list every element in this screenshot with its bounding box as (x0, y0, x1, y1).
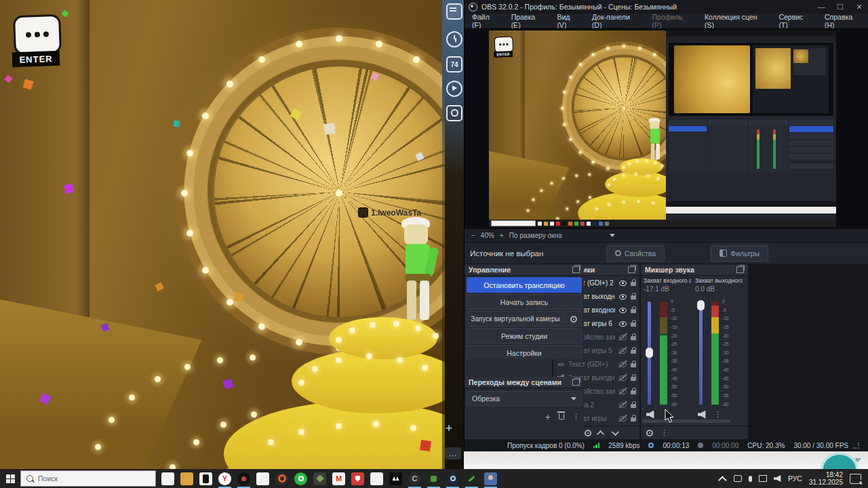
game-window[interactable]: 1.IweoWasTa ENTER (0, 0, 445, 469)
notification-center-icon[interactable]: 4 (850, 474, 861, 484)
taskbar-clock[interactable]: 18:42 31.12.2025 (809, 471, 843, 487)
move-source-up-button[interactable] (597, 430, 604, 437)
fader-knob[interactable] (646, 348, 653, 358)
lock-icon[interactable] (631, 390, 636, 394)
mixer-scrollbar[interactable] (642, 420, 730, 423)
fader-knob[interactable] (697, 300, 705, 310)
advanced-audio-icon[interactable] (646, 430, 653, 436)
menu-view[interactable]: Вид (V) (552, 11, 585, 31)
visibility-eye-off-icon[interactable] (618, 373, 627, 382)
taskbar-app-cube[interactable] (313, 472, 326, 485)
menu-help[interactable]: Справка (H) (820, 11, 868, 31)
taskbar-app-dark-green[interactable] (427, 472, 440, 485)
taskbar-app-document[interactable] (370, 472, 383, 485)
visibility-eye-off-icon[interactable] (618, 360, 627, 369)
mixer-header[interactable]: Микшер звука (641, 264, 748, 276)
obs-preview-area[interactable]: ENTER (465, 28, 868, 229)
taskbar-app-gray-c[interactable]: C (408, 472, 421, 485)
taskbar-app-document[interactable] (256, 472, 269, 485)
zoom-out-button[interactable]: − (471, 232, 475, 239)
volume-fader[interactable] (699, 302, 703, 405)
tray-app-icon[interactable] (734, 475, 742, 482)
taskbar-app-steam[interactable] (446, 472, 459, 485)
virtual-camera-settings-button[interactable] (566, 311, 582, 327)
taskbar-app-red-shield[interactable] (351, 472, 364, 485)
mixer-menu-icon[interactable]: ⋮ (660, 428, 668, 437)
visibility-eye-icon[interactable] (618, 279, 627, 287)
visibility-eye-icon[interactable] (618, 306, 627, 314)
source-properties-button[interactable] (585, 430, 591, 436)
lock-icon[interactable] (631, 418, 636, 422)
tray-expand-icon[interactable] (718, 476, 727, 485)
taskbar-app-person-game[interactable] (484, 472, 497, 485)
settings-button[interactable]: Настройки (467, 345, 582, 359)
menu-tools[interactable]: Сервис (T) (774, 11, 818, 31)
visibility-eye-off-icon[interactable] (618, 387, 627, 396)
lock-icon[interactable] (631, 350, 636, 354)
transitions-header[interactable]: Переходы между сценами (465, 377, 584, 388)
lock-icon[interactable] (631, 282, 636, 286)
lock-icon[interactable] (631, 309, 636, 313)
popout-icon[interactable] (572, 379, 580, 386)
score-badge[interactable]: 74 (446, 56, 462, 73)
lock-icon[interactable] (631, 404, 636, 408)
menu-scene-collection[interactable]: Коллекция сцен (S) (700, 11, 772, 31)
resize-grip[interactable] (853, 443, 859, 449)
fit-window-dropdown[interactable]: По размеру окна (509, 232, 615, 239)
taskbar-app-whatsapp[interactable] (294, 472, 307, 485)
filters-button[interactable]: Фильтры (711, 245, 768, 262)
taskbar-app-dark[interactable] (199, 472, 212, 485)
taskbar-app-obs[interactable] (237, 472, 250, 485)
taskbar-app-gmail[interactable]: M (332, 472, 345, 485)
menu-docks[interactable]: Док-панели (D) (587, 11, 646, 31)
tray-network-icon[interactable] (759, 475, 767, 482)
stop-streaming-button[interactable]: Остановить трансляцию (467, 277, 582, 293)
taskbar-search[interactable]: Поиск (20, 470, 156, 487)
chat-icon[interactable] (446, 3, 462, 20)
popout-icon[interactable] (572, 266, 580, 273)
menu-profile[interactable]: Профиль (P) (647, 11, 698, 31)
plus-icon[interactable]: + (442, 422, 456, 436)
visibility-eye-off-icon[interactable] (618, 401, 627, 409)
taskbar-app-orange-browser[interactable] (275, 472, 288, 485)
taskbar-app-yandex-browser[interactable]: Y (218, 472, 231, 485)
lock-icon[interactable] (631, 336, 636, 340)
tray-volume-icon[interactable] (774, 475, 781, 482)
move-source-down-button[interactable] (612, 428, 619, 435)
taskbar-app-file-explorer[interactable] (180, 472, 193, 485)
volume-fader[interactable] (648, 302, 651, 405)
play-icon[interactable] (446, 81, 462, 97)
taskbar-app-pickaxe-game[interactable] (465, 472, 478, 485)
visibility-eye-off-icon[interactable] (618, 333, 627, 342)
lock-icon[interactable] (631, 296, 636, 300)
source-row[interactable]: ab Текст (GDI+) (553, 357, 639, 371)
menu-edit[interactable]: Правка (E) (507, 11, 551, 31)
visibility-eye-icon[interactable] (618, 292, 627, 301)
taskbar-app-capcut[interactable] (389, 472, 402, 485)
start-button[interactable] (0, 469, 20, 488)
lock-icon[interactable] (631, 363, 636, 367)
visibility-eye-off-icon[interactable] (618, 346, 627, 355)
transition-menu-icon[interactable]: ⋮ (572, 412, 580, 421)
zoom-in-button[interactable]: + (500, 232, 504, 239)
properties-button[interactable]: Свойства (606, 245, 665, 262)
menu-file[interactable]: Файл (F) (467, 11, 505, 31)
more-icon[interactable]: ... (445, 447, 461, 460)
controls-header[interactable]: Управление (465, 264, 584, 276)
channel-menu-icon[interactable]: ⋮ (714, 410, 722, 419)
lock-icon[interactable] (631, 323, 636, 327)
popout-icon[interactable] (628, 266, 635, 273)
remove-transition-button[interactable] (559, 413, 564, 420)
virtual-camera-button[interactable]: Запуск виртуальной камеры (467, 311, 564, 327)
taskbar-app-document[interactable] (161, 472, 174, 485)
language-indicator[interactable]: РУС (788, 474, 802, 483)
add-transition-button[interactable]: + (545, 413, 551, 420)
tray-microphone-icon[interactable] (749, 476, 752, 482)
lock-icon[interactable] (631, 377, 636, 381)
popout-icon[interactable] (736, 266, 744, 273)
studio-mode-button[interactable]: Режим студии (467, 328, 582, 344)
transition-select[interactable]: Обрезка (467, 391, 582, 406)
visibility-eye-off-icon[interactable] (618, 414, 627, 423)
camera-icon[interactable] (446, 105, 462, 121)
clock-icon[interactable] (446, 31, 462, 47)
